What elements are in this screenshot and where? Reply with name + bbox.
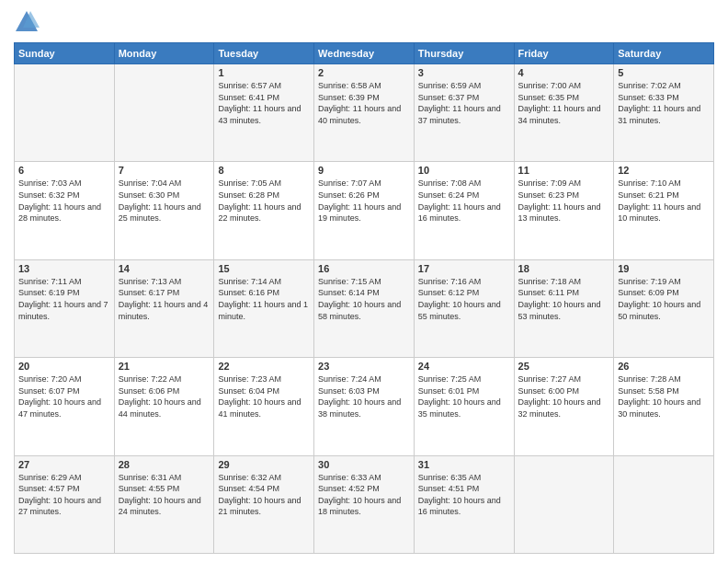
day-cell: 30Sunrise: 6:33 AM Sunset: 4:52 PM Dayli…: [314, 455, 415, 553]
day-info: Sunrise: 7:11 AM Sunset: 6:19 PM Dayligh…: [18, 276, 110, 322]
weekday-header-wednesday: Wednesday: [314, 43, 415, 64]
weekday-header-tuesday: Tuesday: [214, 43, 314, 64]
day-info: Sunrise: 6:33 AM Sunset: 4:52 PM Dayligh…: [318, 472, 410, 518]
logo: [14, 9, 43, 35]
day-number: 21: [119, 361, 210, 372]
weekday-header-monday: Monday: [114, 43, 214, 64]
day-cell: [614, 455, 714, 553]
day-number: 27: [18, 459, 110, 470]
day-info: Sunrise: 6:59 AM Sunset: 6:37 PM Dayligh…: [418, 80, 510, 126]
day-info: Sunrise: 7:09 AM Sunset: 6:23 PM Dayligh…: [518, 178, 610, 224]
day-info: Sunrise: 7:15 AM Sunset: 6:14 PM Dayligh…: [318, 276, 410, 322]
day-info: Sunrise: 6:32 AM Sunset: 4:54 PM Dayligh…: [218, 472, 310, 518]
day-info: Sunrise: 7:27 AM Sunset: 6:00 PM Dayligh…: [518, 373, 610, 419]
day-cell: 31Sunrise: 6:35 AM Sunset: 4:51 PM Dayli…: [414, 455, 514, 553]
day-info: Sunrise: 7:19 AM Sunset: 6:09 PM Dayligh…: [618, 276, 710, 322]
day-info: Sunrise: 7:20 AM Sunset: 6:07 PM Dayligh…: [18, 373, 110, 419]
day-cell: 23Sunrise: 7:24 AM Sunset: 6:03 PM Dayli…: [314, 358, 415, 455]
day-number: 18: [518, 263, 610, 274]
day-number: 6: [18, 165, 110, 176]
day-cell: 13Sunrise: 7:11 AM Sunset: 6:19 PM Dayli…: [15, 259, 115, 357]
day-cell: 22Sunrise: 7:23 AM Sunset: 6:04 PM Dayli…: [214, 358, 314, 455]
day-info: Sunrise: 6:57 AM Sunset: 6:41 PM Dayligh…: [218, 80, 310, 126]
day-number: 11: [518, 165, 610, 176]
day-number: 13: [18, 263, 110, 274]
day-cell: 19Sunrise: 7:19 AM Sunset: 6:09 PM Dayli…: [614, 259, 714, 357]
day-cell: 2Sunrise: 6:58 AM Sunset: 6:39 PM Daylig…: [314, 64, 415, 162]
day-info: Sunrise: 7:16 AM Sunset: 6:12 PM Dayligh…: [418, 276, 510, 322]
weekday-header-sunday: Sunday: [15, 43, 115, 64]
day-number: 23: [318, 361, 410, 372]
week-row-3: 13Sunrise: 7:11 AM Sunset: 6:19 PM Dayli…: [15, 259, 714, 357]
day-cell: 5Sunrise: 7:02 AM Sunset: 6:33 PM Daylig…: [614, 64, 714, 162]
day-cell: 21Sunrise: 7:22 AM Sunset: 6:06 PM Dayli…: [114, 358, 214, 455]
day-info: Sunrise: 7:05 AM Sunset: 6:28 PM Dayligh…: [218, 178, 310, 224]
day-number: 16: [318, 263, 410, 274]
day-cell: 10Sunrise: 7:08 AM Sunset: 6:24 PM Dayli…: [414, 162, 514, 259]
week-row-1: 1Sunrise: 6:57 AM Sunset: 6:41 PM Daylig…: [15, 64, 714, 162]
day-cell: 25Sunrise: 7:27 AM Sunset: 6:00 PM Dayli…: [514, 358, 614, 455]
day-number: 7: [119, 165, 210, 176]
day-info: Sunrise: 7:08 AM Sunset: 6:24 PM Dayligh…: [418, 178, 510, 224]
day-info: Sunrise: 6:35 AM Sunset: 4:51 PM Dayligh…: [418, 472, 510, 518]
day-cell: 29Sunrise: 6:32 AM Sunset: 4:54 PM Dayli…: [214, 455, 314, 553]
day-info: Sunrise: 7:02 AM Sunset: 6:33 PM Dayligh…: [618, 80, 710, 126]
day-info: Sunrise: 7:24 AM Sunset: 6:03 PM Dayligh…: [318, 373, 410, 419]
day-number: 12: [618, 165, 710, 176]
day-number: 22: [218, 361, 310, 372]
day-number: 2: [318, 67, 410, 78]
day-number: 14: [119, 263, 210, 274]
day-number: 9: [318, 165, 410, 176]
day-info: Sunrise: 7:00 AM Sunset: 6:35 PM Dayligh…: [518, 80, 610, 126]
day-number: 20: [18, 361, 110, 372]
day-info: Sunrise: 7:23 AM Sunset: 6:04 PM Dayligh…: [218, 373, 310, 419]
day-cell: 16Sunrise: 7:15 AM Sunset: 6:14 PM Dayli…: [314, 259, 415, 357]
day-cell: 12Sunrise: 7:10 AM Sunset: 6:21 PM Dayli…: [614, 162, 714, 259]
day-info: Sunrise: 7:14 AM Sunset: 6:16 PM Dayligh…: [218, 276, 310, 322]
day-cell: 26Sunrise: 7:28 AM Sunset: 5:58 PM Dayli…: [614, 358, 714, 455]
calendar-table: SundayMondayTuesdayWednesdayThursdayFrid…: [14, 42, 714, 554]
day-cell: 20Sunrise: 7:20 AM Sunset: 6:07 PM Dayli…: [15, 358, 115, 455]
day-number: 15: [218, 263, 310, 274]
day-cell: 18Sunrise: 7:18 AM Sunset: 6:11 PM Dayli…: [514, 259, 614, 357]
day-number: 24: [418, 361, 510, 372]
day-cell: 3Sunrise: 6:59 AM Sunset: 6:37 PM Daylig…: [414, 64, 514, 162]
day-info: Sunrise: 7:25 AM Sunset: 6:01 PM Dayligh…: [418, 373, 510, 419]
day-number: 30: [318, 459, 410, 470]
day-number: 10: [418, 165, 510, 176]
day-number: 19: [618, 263, 710, 274]
day-number: 8: [218, 165, 310, 176]
day-number: 31: [418, 459, 510, 470]
day-number: 1: [218, 67, 310, 78]
weekday-header-saturday: Saturday: [614, 43, 714, 64]
day-number: 29: [218, 459, 310, 470]
day-cell: 28Sunrise: 6:31 AM Sunset: 4:55 PM Dayli…: [114, 455, 214, 553]
logo-icon: [14, 9, 40, 35]
day-info: Sunrise: 7:28 AM Sunset: 5:58 PM Dayligh…: [618, 373, 710, 419]
day-cell: 27Sunrise: 6:29 AM Sunset: 4:57 PM Dayli…: [15, 455, 115, 553]
day-info: Sunrise: 7:18 AM Sunset: 6:11 PM Dayligh…: [518, 276, 610, 322]
day-cell: 11Sunrise: 7:09 AM Sunset: 6:23 PM Dayli…: [514, 162, 614, 259]
day-number: 4: [518, 67, 610, 78]
day-number: 5: [618, 67, 710, 78]
week-row-4: 20Sunrise: 7:20 AM Sunset: 6:07 PM Dayli…: [15, 358, 714, 455]
day-number: 17: [418, 263, 510, 274]
weekday-header-row: SundayMondayTuesdayWednesdayThursdayFrid…: [15, 43, 714, 64]
weekday-header-thursday: Thursday: [414, 43, 514, 64]
day-cell: [114, 64, 214, 162]
day-cell: 9Sunrise: 7:07 AM Sunset: 6:26 PM Daylig…: [314, 162, 415, 259]
day-cell: 4Sunrise: 7:00 AM Sunset: 6:35 PM Daylig…: [514, 64, 614, 162]
day-cell: 6Sunrise: 7:03 AM Sunset: 6:32 PM Daylig…: [15, 162, 115, 259]
day-cell: 8Sunrise: 7:05 AM Sunset: 6:28 PM Daylig…: [214, 162, 314, 259]
day-info: Sunrise: 6:29 AM Sunset: 4:57 PM Dayligh…: [18, 472, 110, 518]
day-cell: 24Sunrise: 7:25 AM Sunset: 6:01 PM Dayli…: [414, 358, 514, 455]
calendar-page: SundayMondayTuesdayWednesdayThursdayFrid…: [0, 0, 728, 563]
day-info: Sunrise: 7:22 AM Sunset: 6:06 PM Dayligh…: [119, 373, 210, 419]
day-cell: 7Sunrise: 7:04 AM Sunset: 6:30 PM Daylig…: [114, 162, 214, 259]
day-info: Sunrise: 7:07 AM Sunset: 6:26 PM Dayligh…: [318, 178, 410, 224]
day-cell: [514, 455, 614, 553]
day-number: 3: [418, 67, 510, 78]
day-info: Sunrise: 7:04 AM Sunset: 6:30 PM Dayligh…: [119, 178, 210, 224]
day-cell: 17Sunrise: 7:16 AM Sunset: 6:12 PM Dayli…: [414, 259, 514, 357]
day-cell: 15Sunrise: 7:14 AM Sunset: 6:16 PM Dayli…: [214, 259, 314, 357]
